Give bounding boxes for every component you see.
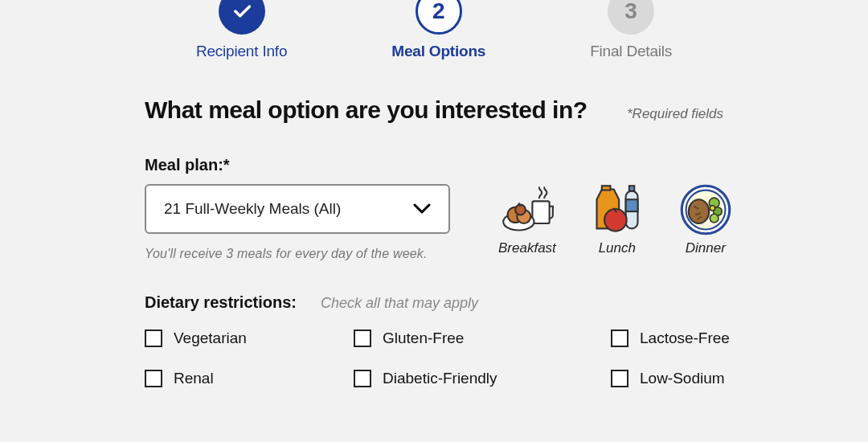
meal-caption: Dinner bbox=[686, 240, 726, 256]
stepper: Recipient Info 2 Meal Options 3 Final De… bbox=[64, 0, 804, 60]
meal-type-breakfast: Breakfast bbox=[498, 182, 556, 256]
meal-icons-row: Breakfast Lunch bbox=[498, 182, 733, 256]
meal-caption: Lunch bbox=[599, 240, 636, 256]
checkbox-label: Vegetarian bbox=[174, 329, 247, 347]
checkbox-box bbox=[145, 329, 162, 347]
step-final-details[interactable]: 3 Final Details bbox=[590, 0, 672, 60]
lunch-icon bbox=[590, 182, 645, 237]
checkbox-label: Diabetic-Friendly bbox=[383, 370, 497, 387]
checkbox-box bbox=[611, 370, 628, 387]
required-fields-note: *Required fields bbox=[627, 106, 723, 122]
dietary-restrictions-note: Check all that may apply bbox=[321, 295, 478, 312]
svg-point-12 bbox=[689, 199, 710, 223]
step-circle-check bbox=[219, 0, 265, 35]
checkbox-box bbox=[611, 329, 628, 347]
svg-rect-0 bbox=[532, 201, 549, 223]
svg-rect-7 bbox=[629, 186, 634, 190]
svg-point-15 bbox=[710, 214, 719, 223]
checkbox-lactose-free[interactable]: Lactose-Free bbox=[611, 329, 764, 347]
step-meal-options[interactable]: 2 Meal Options bbox=[391, 0, 485, 60]
meal-caption: Breakfast bbox=[498, 240, 556, 256]
dietary-restrictions-label: Dietary restrictions: bbox=[145, 293, 297, 312]
step-label: Recipient Info bbox=[196, 43, 287, 60]
chevron-down-icon bbox=[413, 200, 431, 219]
step-circle-3: 3 bbox=[608, 0, 654, 35]
meal-plan-label: Meal plan:* bbox=[145, 156, 723, 174]
step-label: Final Details bbox=[590, 43, 672, 60]
checkbox-renal[interactable]: Renal bbox=[145, 370, 346, 387]
svg-rect-5 bbox=[602, 186, 611, 190]
step-recipient-info[interactable]: Recipient Info bbox=[196, 0, 287, 60]
breakfast-icon bbox=[500, 182, 555, 237]
meal-plan-helper: You'll receive 3 meals for every day of … bbox=[145, 247, 450, 261]
checkbox-label: Renal bbox=[174, 370, 214, 387]
meal-plan-select[interactable]: 21 Full-Weekly Meals (All) bbox=[145, 184, 450, 234]
checkbox-box bbox=[354, 329, 371, 347]
checkbox-diabetic-friendly[interactable]: Diabetic-Friendly bbox=[354, 370, 579, 387]
checkbox-label: Lactose-Free bbox=[640, 329, 730, 347]
checkbox-box bbox=[354, 370, 371, 387]
meal-plan-selected-value: 21 Full-Weekly Meals (All) bbox=[164, 200, 341, 218]
checkbox-low-sodium[interactable]: Low-Sodium bbox=[611, 370, 764, 387]
svg-rect-8 bbox=[625, 199, 637, 211]
check-icon bbox=[231, 0, 253, 23]
page-heading: What meal option are you interested in? bbox=[145, 96, 588, 124]
step-label: Meal Options bbox=[391, 43, 485, 60]
meal-type-dinner: Dinner bbox=[678, 182, 733, 256]
meal-type-lunch: Lunch bbox=[590, 182, 645, 256]
step-circle-2: 2 bbox=[416, 0, 462, 35]
checkbox-label: Low-Sodium bbox=[640, 370, 725, 387]
checkbox-vegetarian[interactable]: Vegetarian bbox=[145, 329, 346, 347]
svg-point-16 bbox=[710, 206, 714, 211]
dinner-icon bbox=[678, 182, 733, 237]
checkbox-gluten-free[interactable]: Gluten-Free bbox=[354, 329, 579, 347]
checkbox-box bbox=[145, 370, 162, 387]
checkbox-label: Gluten-Free bbox=[383, 329, 464, 347]
